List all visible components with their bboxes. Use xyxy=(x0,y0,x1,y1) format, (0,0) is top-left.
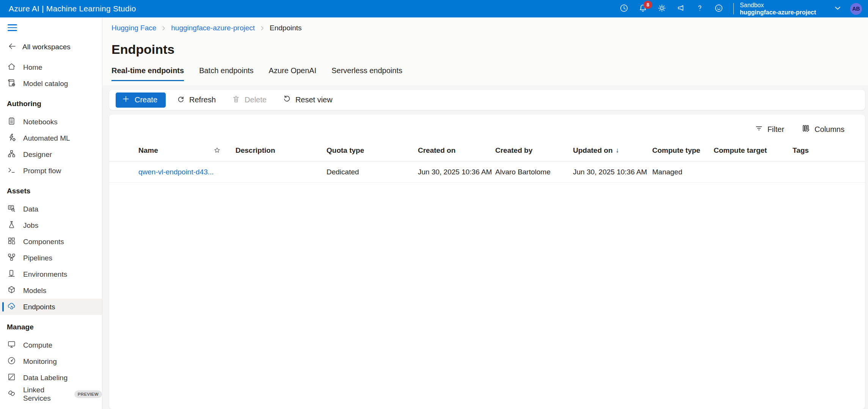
model-catalog-icon xyxy=(7,78,16,89)
sidebar-section-authoring: Authoring xyxy=(0,97,102,111)
compute-type-cell: Managed xyxy=(652,168,714,176)
content-area: Create Refresh Delete Reset view xyxy=(102,85,868,409)
breadcrumb-project-link[interactable]: huggingface-azure-project xyxy=(171,24,255,32)
help-button[interactable] xyxy=(694,3,705,14)
sidebar-item-model-catalog[interactable]: Model catalog xyxy=(0,75,102,92)
top-app-bar: Azure AI | Machine Learning Studio 8 San… xyxy=(0,0,868,17)
topbar-actions: 8 Sandbox huggingface-azure-project AB xyxy=(611,0,862,17)
gauge-icon xyxy=(7,356,16,367)
sort-descending-icon: ↓ xyxy=(616,146,619,154)
columns-icon xyxy=(802,124,810,135)
quota-type-cell: Dedicated xyxy=(326,168,418,176)
column-header-name[interactable]: Name xyxy=(138,146,218,155)
page-header: Hugging Face huggingface-azure-project E… xyxy=(102,17,868,85)
settings-button[interactable] xyxy=(656,3,667,14)
feedback-button[interactable] xyxy=(713,3,724,14)
sidebar-item-jobs[interactable]: Jobs xyxy=(0,217,102,233)
all-workspaces-link[interactable]: All workspaces xyxy=(0,40,102,54)
sidebar-item-automated-ml[interactable]: Automated ML xyxy=(0,130,102,146)
trash-icon xyxy=(232,95,240,105)
column-header-updated-on[interactable]: Updated on ↓ xyxy=(573,146,652,155)
command-bar: Create Refresh Delete Reset view xyxy=(109,90,865,110)
components-icon xyxy=(7,236,16,248)
column-header-quota-type[interactable]: Quota type xyxy=(326,146,418,155)
sidebar-item-designer[interactable]: Designer xyxy=(0,146,102,163)
history-button[interactable] xyxy=(618,3,629,14)
column-header-tags[interactable]: Tags xyxy=(793,146,865,155)
column-header-compute-target[interactable]: Compute target xyxy=(714,146,793,155)
environments-icon xyxy=(7,269,16,280)
sidebar-section-assets: Assets xyxy=(0,184,102,198)
sidebar-item-home[interactable]: Home xyxy=(0,59,102,75)
sidebar-item-models[interactable]: Models xyxy=(0,282,102,299)
question-icon xyxy=(695,3,705,14)
arrow-left-icon xyxy=(8,42,17,53)
sidebar-item-pipelines[interactable]: Pipelines xyxy=(0,250,102,266)
sidebar-item-linked-services[interactable]: Linked Services PREVIEW xyxy=(0,386,102,402)
tab-batch-endpoints[interactable]: Batch endpoints xyxy=(199,66,253,81)
sidebar-item-data[interactable]: Data xyxy=(0,201,102,217)
announcements-button[interactable] xyxy=(675,3,686,14)
reset-icon xyxy=(283,95,291,105)
updated-on-cell: Jun 30, 2025 10:36 AM xyxy=(573,168,652,176)
sidebar-item-endpoints[interactable]: Endpoints xyxy=(0,299,102,315)
notebook-icon xyxy=(7,116,16,128)
cube-icon xyxy=(7,285,16,296)
sidebar-item-environments[interactable]: Environments xyxy=(0,266,102,282)
sidebar: All workspaces Home Model catalog Author… xyxy=(0,17,102,409)
app-title: Azure AI | Machine Learning Studio xyxy=(9,4,136,13)
automated-ml-icon xyxy=(7,133,16,144)
monitor-icon xyxy=(7,340,16,351)
pencil-box-icon xyxy=(7,372,16,384)
workspace-dropdown-button[interactable] xyxy=(833,4,842,14)
menu-toggle-button[interactable] xyxy=(8,23,19,33)
gear-icon xyxy=(657,3,667,14)
column-header-favorite[interactable] xyxy=(218,146,235,154)
main-area: Hugging Face huggingface-azure-project E… xyxy=(102,17,868,409)
table-header-row: Name Description Quota type Created on C… xyxy=(109,139,865,161)
breadcrumb-hub-link[interactable]: Hugging Face xyxy=(111,24,156,32)
tab-real-time-endpoints[interactable]: Real-time endpoints xyxy=(111,66,184,81)
sidebar-item-data-labeling[interactable]: Data Labeling xyxy=(0,370,102,386)
breadcrumb-current: Endpoints xyxy=(270,24,302,32)
workspace-switcher[interactable]: Sandbox huggingface-azure-project xyxy=(740,2,816,16)
create-button[interactable]: Create xyxy=(116,92,166,108)
sidebar-item-compute[interactable]: Compute xyxy=(0,337,102,353)
notifications-button[interactable]: 8 xyxy=(637,3,648,14)
workspace-name: huggingface-azure-project xyxy=(740,9,816,16)
workspace-label: Sandbox xyxy=(740,2,816,9)
preview-badge: PREVIEW xyxy=(74,390,102,398)
chevron-right-icon xyxy=(161,25,166,31)
filter-icon xyxy=(755,124,763,135)
filter-button[interactable]: Filter xyxy=(755,124,784,135)
tab-serverless-endpoints[interactable]: Serverless endpoints xyxy=(331,66,402,81)
column-header-description[interactable]: Description xyxy=(235,146,326,155)
column-header-created-by[interactable]: Created by xyxy=(495,146,573,155)
reset-view-button[interactable]: Reset view xyxy=(277,92,338,108)
table-row[interactable]: qwen-vl-endpoint-d43... Dedicated Jun 30… xyxy=(109,161,865,183)
all-workspaces-label: All workspaces xyxy=(22,43,71,51)
avatar[interactable]: AB xyxy=(850,3,862,15)
notification-badge: 8 xyxy=(644,1,652,9)
tab-azure-openai[interactable]: Azure OpenAI xyxy=(269,66,317,81)
column-header-compute-type[interactable]: Compute type xyxy=(652,146,714,155)
columns-button[interactable]: Columns xyxy=(802,124,844,135)
sidebar-item-prompt-flow[interactable]: Prompt flow xyxy=(0,163,102,179)
chevron-right-icon xyxy=(259,25,265,31)
star-icon xyxy=(218,146,221,154)
sidebar-item-monitoring[interactable]: Monitoring xyxy=(0,353,102,370)
column-header-created-on[interactable]: Created on xyxy=(418,146,495,155)
sidebar-item-components[interactable]: Components xyxy=(0,233,102,250)
megaphone-icon xyxy=(676,3,686,14)
endpoint-name-link[interactable]: qwen-vl-endpoint-d43... xyxy=(138,168,218,176)
endpoints-cloud-icon xyxy=(7,301,16,313)
designer-icon xyxy=(7,149,16,160)
flask-icon xyxy=(7,220,16,231)
prompt-flow-icon xyxy=(7,165,16,177)
sidebar-item-notebooks[interactable]: Notebooks xyxy=(0,114,102,130)
pipelines-icon xyxy=(7,252,16,264)
home-icon xyxy=(7,62,16,73)
delete-button[interactable]: Delete xyxy=(226,92,272,108)
refresh-button[interactable]: Refresh xyxy=(171,92,221,108)
sidebar-section-manage: Manage xyxy=(0,320,102,334)
